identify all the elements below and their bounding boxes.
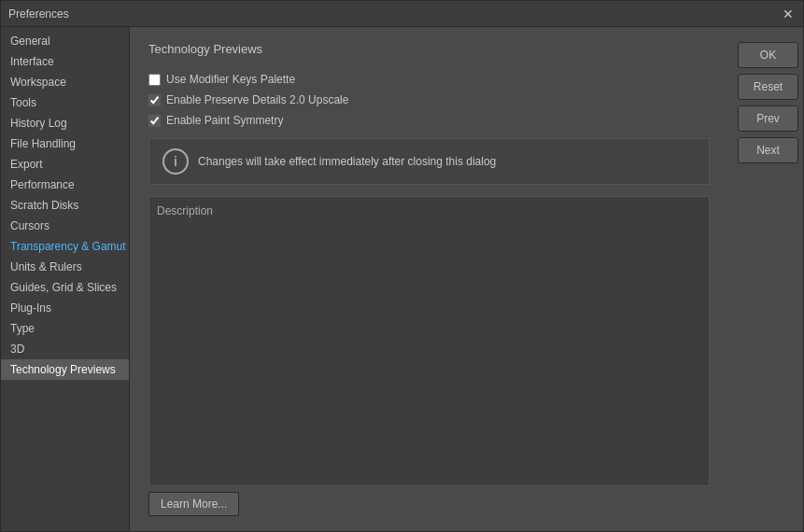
sidebar-item-technology-previews[interactable]: Technology Previews [1, 359, 129, 380]
sidebar-item-performance[interactable]: Performance [1, 175, 129, 195]
preserve-details-checkbox[interactable] [148, 94, 161, 106]
sidebar-item-plug-ins[interactable]: Plug-Ins [1, 298, 129, 318]
sidebar-item-tools[interactable]: Tools [1, 92, 129, 113]
next-button[interactable]: Next [738, 137, 798, 163]
preferences-dialog: Preferences ✕ GeneralInterfaceWorkspaceT… [0, 0, 804, 532]
tech-previews-section: Technology Previews Use Modifier Keys Pa… [148, 42, 710, 185]
paint-symmetry-checkbox[interactable] [148, 115, 161, 127]
ok-button[interactable]: OK [738, 42, 798, 68]
sidebar-item-3d[interactable]: 3D [1, 339, 129, 359]
dialog-title: Preferences [8, 7, 69, 21]
paint-symmetry-row: Enable Paint Symmetry [148, 114, 710, 127]
preserve-details-row: Enable Preserve Details 2.0 Upscale [148, 93, 710, 106]
sidebar-item-general[interactable]: General [1, 31, 129, 51]
reset-button[interactable]: Reset [738, 74, 798, 100]
description-box: Description [148, 196, 710, 486]
preserve-details-label: Enable Preserve Details 2.0 Upscale [166, 93, 348, 106]
sidebar-item-guides-grid-slices[interactable]: Guides, Grid & Slices [1, 277, 129, 298]
sidebar-item-transparency-gamut[interactable]: Transparency & Gamut [1, 236, 129, 257]
modifier-keys-label: Use Modifier Keys Palette [166, 73, 295, 86]
info-icon: i [162, 148, 189, 175]
title-bar: Preferences ✕ [1, 1, 803, 27]
sidebar-item-workspace[interactable]: Workspace [1, 72, 129, 92]
sidebar-item-interface[interactable]: Interface [1, 51, 129, 72]
main-content: Technology Previews Use Modifier Keys Pa… [130, 27, 728, 531]
sidebar-item-units-rulers[interactable]: Units & Rulers [1, 257, 129, 277]
description-section: Description Learn More... [148, 196, 710, 516]
prev-button[interactable]: Prev [738, 105, 798, 132]
modifier-keys-checkbox[interactable] [148, 74, 161, 86]
sidebar-item-history-log[interactable]: History Log [1, 113, 129, 133]
sidebar-item-cursors[interactable]: Cursors [1, 216, 129, 236]
info-box: i Changes will take effect immediately a… [148, 138, 710, 185]
paint-symmetry-label: Enable Paint Symmetry [166, 114, 283, 127]
sidebar-item-file-handling[interactable]: File Handling [1, 133, 129, 154]
sidebar-item-export[interactable]: Export [1, 154, 129, 175]
info-text: Changes will take effect immediately aft… [198, 155, 496, 168]
sidebar-item-type[interactable]: Type [1, 318, 129, 339]
dialog-body: GeneralInterfaceWorkspaceToolsHistory Lo… [1, 27, 803, 531]
sidebar: GeneralInterfaceWorkspaceToolsHistory Lo… [1, 27, 130, 531]
section-title: Technology Previews [148, 42, 710, 56]
learn-more-button[interactable]: Learn More... [148, 492, 239, 516]
description-label: Description [157, 204, 701, 217]
right-buttons: OK Reset Prev Next [728, 27, 803, 531]
modifier-keys-row: Use Modifier Keys Palette [148, 73, 710, 86]
close-button[interactable]: ✕ [781, 7, 796, 21]
sidebar-item-scratch-disks[interactable]: Scratch Disks [1, 195, 129, 216]
